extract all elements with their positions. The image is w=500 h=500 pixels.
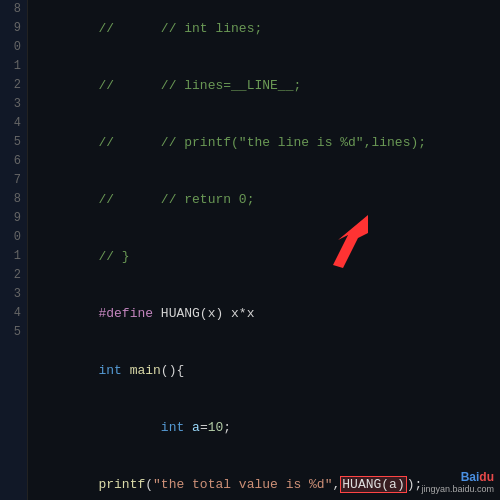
- paren: (){: [161, 363, 184, 378]
- ln-1b: 1: [0, 247, 27, 266]
- comment: // // lines=__LINE__;: [98, 78, 301, 93]
- code-line-9: // // lines=__LINE__;: [36, 57, 500, 114]
- semi: ;: [223, 420, 231, 435]
- keyword-int: int: [98, 363, 121, 378]
- code-container: 8 9 0 1 2 3 4 5 6 7 8 9 0 1 2 3 4 5 // /…: [0, 0, 500, 500]
- macro-call-highlight: HUANG(a): [340, 476, 406, 493]
- space2: [184, 420, 192, 435]
- code-line-3: #define HUANG(x) x*x: [36, 285, 500, 342]
- func-printf: printf: [98, 477, 145, 492]
- ln-8b: 8: [0, 190, 27, 209]
- macro-def: HUANG(x) x*x: [161, 306, 255, 321]
- str-format: "the total value is %d": [153, 477, 332, 492]
- code-editor: 8 9 0 1 2 3 4 5 6 7 8 9 0 1 2 3 4 5 // /…: [0, 0, 500, 500]
- rparen-semi: );: [407, 477, 423, 492]
- keyword-int2: int: [161, 420, 184, 435]
- comment: // }: [98, 249, 129, 264]
- var-a: a: [192, 420, 200, 435]
- baidu-text: Baidu: [461, 470, 494, 484]
- code-lines: // // int lines; // // lines=__LINE__; /…: [28, 0, 500, 500]
- ln-0b: 0: [0, 228, 27, 247]
- ln-1: 1: [0, 57, 27, 76]
- ln-3: 3: [0, 95, 27, 114]
- ln-8: 8: [0, 0, 27, 19]
- line-numbers: 8 9 0 1 2 3 4 5 6 7 8 9 0 1 2 3 4 5: [0, 0, 28, 500]
- preprocessor: #define: [98, 306, 160, 321]
- ln-9: 9: [0, 19, 27, 38]
- ln-7: 7: [0, 171, 27, 190]
- ln-4: 4: [0, 114, 27, 133]
- ln-4b: 4: [0, 304, 27, 323]
- code-line-4: int main(){: [36, 342, 500, 399]
- ln-9b: 9: [0, 209, 27, 228]
- eq: =: [200, 420, 208, 435]
- space: [122, 363, 130, 378]
- ln-5: 5: [0, 133, 27, 152]
- comment: // // printf("the line is %d",lines);: [98, 135, 426, 150]
- ln-5b: 5: [0, 323, 27, 342]
- baidu-url: jingyan.baidu.com: [421, 484, 494, 494]
- watermark: Baidu jingyan.baidu.com: [421, 470, 494, 494]
- comment: // // return 0;: [98, 192, 254, 207]
- watermark-logo: Baidu jingyan.baidu.com: [421, 470, 494, 494]
- num-10: 10: [208, 420, 224, 435]
- ln-6: 6: [0, 152, 27, 171]
- lparen: (: [145, 477, 153, 492]
- ln-3b: 3: [0, 285, 27, 304]
- code-line-1: // // return 0;: [36, 171, 500, 228]
- code-line-8: // // int lines;: [36, 0, 500, 57]
- indent: [98, 420, 160, 435]
- func-main: main: [130, 363, 161, 378]
- code-line-5: int a=10;: [36, 399, 500, 456]
- ln-0: 0: [0, 38, 27, 57]
- ln-2: 2: [0, 76, 27, 95]
- comment: // // int lines;: [98, 21, 262, 36]
- ln-2b: 2: [0, 266, 27, 285]
- code-line-2: // }: [36, 228, 500, 285]
- code-line-0: // // printf("the line is %d",lines);: [36, 114, 500, 171]
